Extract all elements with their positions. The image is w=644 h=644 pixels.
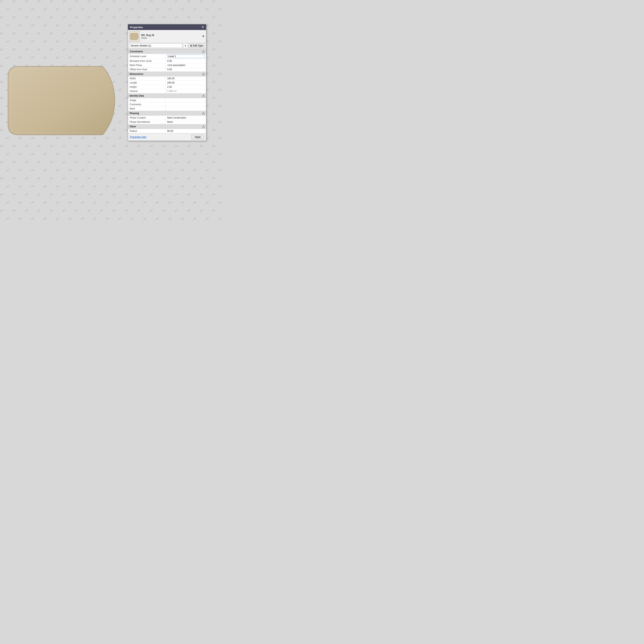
watermark-text: RD (43, 40, 47, 43)
prop-value-constraints-1: 0.00 (165, 59, 206, 63)
prop-value-constraints-2: <not associated> (165, 63, 206, 67)
watermark-text: RD (12, 176, 16, 180)
section-header-other: Other ⋀ (128, 124, 206, 129)
watermark-text: RD (6, 24, 10, 27)
section-collapse-other[interactable]: ⋀ (202, 125, 204, 128)
watermark-text: RD (74, 193, 78, 196)
watermark-text: RD (218, 24, 221, 27)
watermark-text: RD (180, 217, 184, 220)
watermark-text: RD (12, 209, 16, 212)
watermark-text: RD (218, 152, 221, 156)
watermark-text: RD (212, 15, 216, 19)
watermark-text: RD (74, 48, 78, 51)
type-selector-row: RD_Rug 18 Beige ▼ (128, 30, 206, 43)
watermark-text: RD (99, 144, 103, 148)
instance-select[interactable]: Generic Models (1) (129, 43, 182, 48)
prop-input-constraints-0[interactable] (167, 55, 204, 58)
watermark-text: RD (118, 168, 122, 172)
prop-value-constraints-0[interactable] (165, 54, 206, 59)
instance-dropdown-button[interactable]: ▼ (183, 43, 188, 48)
properties-help-link[interactable]: Properties help (130, 136, 146, 138)
watermark-text: RD (68, 168, 72, 172)
watermark-text: RD (12, 48, 16, 51)
prop-row-dimensions-0: Width180.00 (128, 76, 206, 81)
watermark-text: RD (99, 209, 103, 212)
watermark-text: RD (0, 160, 4, 164)
watermark-text: RD (25, 48, 29, 51)
watermark-text: RD (99, 48, 103, 51)
watermark-text: RD (56, 185, 60, 188)
watermark-text: RD (87, 144, 91, 148)
watermark-text: RD (112, 144, 116, 148)
watermark-text: RD (118, 217, 122, 220)
watermark-text: RD (212, 112, 216, 116)
watermark-text: RD (74, 160, 78, 164)
prop-value-phasing-0: New Construction (165, 116, 206, 120)
properties-panel: Properties ✕ RD_Rug 18 Beige ▼ Generic M… (128, 24, 206, 141)
watermark-text: RD (143, 185, 147, 188)
watermark-text: RD (218, 201, 221, 204)
watermark-text: RD (112, 48, 116, 51)
watermark-text: RD (187, 15, 191, 19)
watermark-text: RD (93, 217, 97, 220)
watermark-text: RD (162, 15, 166, 19)
watermark-text: RD (124, 193, 128, 196)
watermark-text: RD (149, 209, 153, 212)
watermark-text: RD (37, 0, 41, 3)
type-thumbnail (129, 31, 140, 42)
watermark-text: RD (143, 7, 147, 11)
prop-name-constraints-3: Offset from Host (128, 67, 165, 72)
watermark-text: RD (37, 48, 41, 51)
watermark-text: RD (62, 0, 66, 3)
watermark-text: RD (56, 24, 60, 27)
section-collapse-constraints[interactable]: ⋀ (202, 50, 204, 53)
watermark-text: RD (0, 0, 4, 3)
watermark-text: RD (6, 168, 10, 172)
watermark-text: RD (0, 96, 4, 100)
watermark-text: RD (149, 160, 153, 164)
watermark-text: RD (62, 176, 66, 180)
watermark-text: RD (0, 80, 4, 84)
watermark-text: RD (74, 209, 78, 212)
watermark-text: RD (143, 217, 147, 220)
watermark-text: RD (81, 152, 85, 156)
watermark-text: RD (25, 0, 29, 3)
apply-button[interactable]: Apply (191, 135, 204, 139)
section-collapse-dimensions[interactable]: ⋀ (202, 73, 204, 75)
properties-scroll-area[interactable]: Constraints ⋀ Schedule LevelElevation fr… (128, 49, 206, 133)
watermark-text: RD (31, 7, 35, 11)
watermark-text: RD (118, 185, 122, 188)
panel-close-button[interactable]: ✕ (201, 26, 204, 29)
watermark-text: RD (93, 201, 97, 204)
watermark-text: RD (37, 15, 41, 19)
watermark-text: RD (74, 32, 78, 35)
watermark-text: RD (168, 185, 172, 188)
watermark-text: RD (212, 193, 216, 196)
watermark-text: RD (74, 144, 78, 148)
watermark-text: RD (105, 40, 109, 43)
watermark-text: RD (18, 185, 22, 188)
section-collapse-phasing[interactable]: ⋀ (202, 112, 204, 115)
watermark-text: RD (187, 193, 191, 196)
section-collapse-identity-data[interactable]: ⋀ (202, 94, 204, 97)
prop-row-phasing-1: Phase DemolishedNone (128, 120, 206, 124)
watermark-text: RD (6, 40, 10, 43)
properties-table: Constraints ⋀ Schedule LevelElevation fr… (128, 49, 206, 133)
watermark-text: RD (199, 176, 203, 180)
watermark-text: RD (6, 7, 10, 11)
watermark-text: RD (81, 201, 85, 204)
watermark-text: RD (18, 7, 22, 11)
edit-type-button[interactable]: ⊞ Edit Type (188, 43, 205, 48)
prop-value-identity-data-1 (165, 102, 206, 107)
watermark-text: RD (50, 15, 54, 19)
watermark-text: RD (149, 144, 153, 148)
watermark-text: RD (81, 185, 85, 188)
watermark-text: RD (137, 176, 141, 180)
watermark-text: RD (168, 217, 172, 220)
watermark-text: RD (130, 7, 134, 11)
watermark-text: RD (31, 185, 35, 188)
watermark-text: RD (0, 128, 4, 132)
watermark-text: RD (68, 24, 72, 27)
watermark-text: RD (56, 217, 60, 220)
watermark-text: RD (212, 96, 216, 100)
